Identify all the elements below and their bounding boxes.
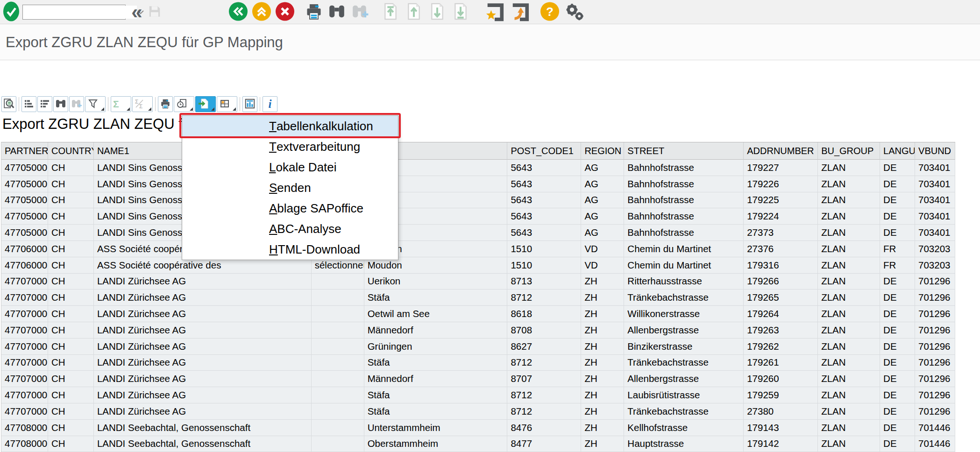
column-header-country[interactable]: COUNTRY (48, 142, 94, 160)
column-header-vbund[interactable]: VBUND (915, 142, 955, 160)
menu-item-abc-analyse[interactable]: ABC-Analyse (182, 219, 398, 239)
table-cell: 8707 (507, 371, 581, 387)
column-header-partner[interactable]: PARTNER (1, 142, 48, 160)
back-button[interactable] (228, 1, 248, 22)
new-session-button[interactable] (510, 1, 530, 22)
table-row[interactable]: 47708000CHLANDI Seebachtal, Genossenscha… (1, 436, 955, 452)
last-page-button[interactable] (452, 2, 469, 22)
table-cell: 179266 (744, 274, 818, 290)
table-cell: 703203 (915, 241, 955, 257)
next-page-button[interactable] (429, 2, 446, 22)
table-cell: Tränkebachstrasse (624, 290, 744, 306)
table-cell: Laubisrütistrasse (624, 387, 744, 403)
collapse-toolbar-button[interactable] (129, 2, 145, 22)
grid-body: 47705000CHLANDI Sins GenossenschaftSins5… (1, 160, 955, 452)
table-cell: 179261 (744, 355, 818, 371)
table-row[interactable]: 47705000CHLANDI Sins GenossenschaftSins5… (1, 192, 955, 209)
menu-item-senden[interactable]: Senden (182, 177, 398, 198)
graphic-button[interactable] (242, 96, 257, 112)
table-cell: Bahnhofstrasse (624, 208, 744, 225)
first-page-button[interactable] (382, 2, 399, 22)
table-cell: ZH (581, 322, 624, 339)
table-row[interactable]: 47706000CHASS Société coopérative dessél… (1, 257, 955, 274)
table-row[interactable]: 47705000CHLANDI Sins GenossenschaftSins5… (1, 208, 955, 225)
menu-item-ablage-sapoffice[interactable]: Ablage SAPoffice (182, 198, 398, 219)
table-row[interactable]: 47707000CHLANDI Zürichsee AGStäfa8712ZHT… (1, 290, 955, 306)
help-button[interactable]: ? (540, 1, 560, 22)
export-icon (198, 98, 209, 111)
table-row[interactable]: 47707000CHLANDI Zürichsee AGStäfa8712ZHT… (1, 403, 955, 420)
table-cell: ZH (581, 436, 624, 452)
table-row[interactable]: 47705000CHLANDI Sins GenossenschaftSins5… (1, 225, 955, 241)
page-title: Export ZGRU ZLAN ZEQU für GP Mapping (6, 34, 283, 51)
table-row[interactable]: 47707000CHLANDI Zürichsee AGGrüningen862… (1, 339, 955, 355)
table-row[interactable]: 47707000CHLANDI Zürichsee AGUerikon8713Z… (1, 274, 955, 290)
column-header-post_code1[interactable]: POST_CODE1 (507, 142, 581, 160)
table-row[interactable]: 47707000CHLANDI Zürichsee AGMännedorf870… (1, 371, 955, 387)
table-row[interactable]: 47707000CHLANDI Zürichsee AGStäfa8712ZHL… (1, 387, 955, 403)
sum-button[interactable] (111, 96, 131, 112)
table-cell: VD (581, 241, 624, 257)
menu-item-tabellenkalkulation[interactable]: Tabellenkalkulation (182, 116, 398, 136)
table-row[interactable]: 47707000CHLANDI Zürichsee AGOetwil am Se… (1, 306, 955, 322)
menu-item-textverarbeitung[interactable]: Textverarbeitung (182, 136, 398, 157)
table-cell: 47705000 (1, 225, 48, 241)
table-row[interactable]: 47707000CHLANDI Zürichsee AGStäfa8712ZHT… (1, 355, 955, 371)
print-button-alv[interactable] (158, 96, 173, 112)
help-icon: ? (540, 1, 560, 22)
sort-ascending-button[interactable] (21, 96, 36, 112)
table-cell (312, 403, 364, 420)
table-cell: ZH (581, 403, 624, 420)
menu-item-lokale-datei[interactable]: Lokale Datei (182, 157, 398, 177)
table-cell: ZLAN (818, 371, 880, 387)
dropdown-corner-icon (127, 107, 130, 111)
table-cell: AG (581, 225, 624, 241)
table-cell: 179142 (744, 436, 818, 452)
save-button[interactable] (146, 4, 163, 20)
choose-layout-button[interactable] (217, 96, 237, 112)
table-row[interactable]: 47708000CHLANDI Seebachtal, Genossenscha… (1, 420, 955, 436)
subtotals-button[interactable]: ΣΣ (132, 96, 153, 112)
table-cell: ZH (581, 339, 624, 355)
exit-button[interactable] (252, 1, 271, 22)
table-cell: ZLAN (818, 355, 880, 371)
table-row[interactable]: 47705000CHLANDI Sins GenossenschaftSins5… (1, 176, 955, 192)
info-button[interactable] (263, 96, 277, 112)
column-header-region[interactable]: REGION (581, 142, 624, 160)
export-button[interactable] (195, 96, 216, 112)
table-row[interactable]: 47705000CHLANDI Sins GenossenschaftSins5… (1, 160, 955, 176)
table-row[interactable]: 47707000CHLANDI Zürichsee AGMännedorf870… (1, 322, 955, 339)
menu-item-html-download[interactable]: HTML-Download (182, 239, 398, 260)
find-next-button[interactable] (351, 3, 369, 21)
find-button[interactable] (328, 3, 346, 21)
cancel-button[interactable] (275, 1, 295, 22)
print-button[interactable] (305, 2, 323, 22)
column-header-bu_group[interactable]: BU_GROUP (818, 142, 880, 160)
table-cell: 701296 (915, 387, 955, 403)
customize-layout-button[interactable] (564, 1, 585, 23)
enter-button[interactable] (3, 1, 20, 23)
table-cell: 5643 (507, 208, 581, 225)
command-input[interactable] (23, 6, 137, 19)
table-row[interactable]: 47706000CHASS Société coopérative dessél… (1, 241, 955, 257)
export-menu: TabellenkalkulationTextverarbeitungLokal… (182, 115, 398, 260)
table-cell: AG (581, 160, 624, 176)
find-icon (55, 99, 66, 110)
views-button[interactable] (174, 96, 194, 112)
sort-descending-button[interactable] (37, 96, 52, 112)
table-cell (312, 371, 364, 387)
column-header-addrnumber[interactable]: ADDRNUMBER (744, 142, 818, 160)
column-header-street[interactable]: STREET (624, 142, 744, 160)
find-next-button-alv[interactable] (69, 96, 84, 112)
cancel-icon (275, 1, 295, 22)
table-cell: 179224 (744, 208, 818, 225)
table-cell: 8618 (507, 306, 581, 322)
toolbar-separator (260, 97, 260, 111)
find-button-alv[interactable] (53, 96, 68, 112)
details-button[interactable] (1, 96, 16, 112)
subtotals-icon: ΣΣ (135, 99, 145, 110)
create-shortcut-button[interactable] (485, 1, 504, 22)
column-header-langu[interactable]: LANGU (880, 142, 915, 160)
filter-button[interactable] (85, 96, 106, 112)
previous-page-button[interactable] (405, 2, 422, 22)
